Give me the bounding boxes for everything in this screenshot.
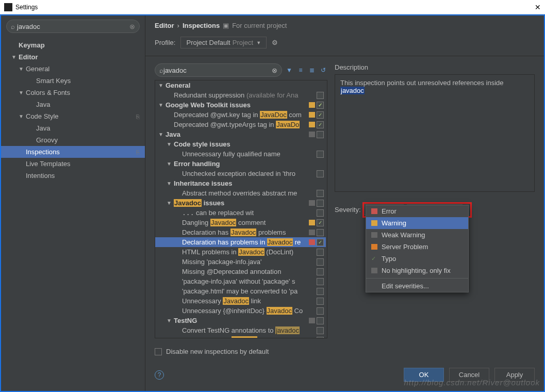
edit-severities[interactable]: Edit severities...: [366, 280, 468, 292]
inspection-item[interactable]: Abstract method overrides abstract me: [155, 188, 326, 198]
inspection-group[interactable]: ▼Error handling: [155, 159, 326, 169]
inspections-right-pane: Description This inspection points out u…: [335, 63, 535, 338]
collapse-icon[interactable]: ≣: [308, 66, 316, 74]
profile-select[interactable]: Project Default Project ▼: [180, 37, 267, 48]
breadcrumb-inspections: Inspections: [183, 22, 220, 29]
description-text: This inspection points out unresolved re…: [340, 79, 504, 87]
inspection-item[interactable]: 'package-info.java' without 'package' s: [155, 276, 326, 286]
apply-button[interactable]: Apply: [494, 368, 535, 382]
inspections-tree[interactable]: ▼GeneralRedundant suppression (available…: [155, 80, 327, 338]
profile-suffix: Project: [233, 39, 253, 46]
settings-sidebar: ⌕ javadoc ⊗ Keymap▼Editor▼GeneralSmart K…: [1, 15, 145, 391]
inspection-item[interactable]: Missing 'package-info.java': [155, 257, 326, 267]
profile-value: Project Default: [186, 39, 230, 46]
inspection-item[interactable]: Unnecessary {@inheritDoc} Javadoc Co: [155, 306, 326, 316]
sidebar-item[interactable]: Groovy: [1, 134, 145, 146]
gear-icon[interactable]: ⚙: [272, 39, 278, 46]
sidebar-item[interactable]: Keymap: [1, 39, 145, 51]
sidebar-tree: Keymap▼Editor▼GeneralSmart Keys▼Colors &…: [1, 37, 145, 184]
inspection-group[interactable]: ▼Code style issues: [155, 139, 326, 149]
severity-dropdown[interactable]: ErrorWarningWeak WarningServer Problem✓T…: [366, 205, 469, 292]
breadcrumb-editor[interactable]: Editor: [155, 22, 174, 29]
chevron-down-icon: ▼: [256, 40, 261, 45]
inspection-item[interactable]: HTML problems in Javadoc (DocLint): [155, 247, 326, 257]
disable-label: Disable new inspections by default: [166, 348, 269, 355]
inspection-item[interactable]: Declaration has Javadoc problems: [155, 227, 326, 237]
sidebar-item[interactable]: Live Templates: [1, 158, 145, 170]
sidebar-item[interactable]: Smart Keys: [1, 75, 145, 87]
inspection-item[interactable]: ... can be replaced wit: [155, 208, 326, 218]
window-title: Settings: [15, 4, 535, 11]
main-panel: Editor › Inspections ▣ For current proje…: [145, 15, 544, 391]
severity-option[interactable]: ✓Typo: [366, 253, 468, 265]
sidebar-item[interactable]: ▼Code Style⎘: [1, 110, 145, 122]
search-icon: ⌕: [11, 23, 15, 30]
inspection-item[interactable]: Declaration has problems in Javadoc re✓: [155, 237, 326, 247]
disable-row: Disable new inspections by default: [145, 344, 544, 363]
titlebar: Settings ✕: [0, 0, 545, 14]
close-icon[interactable]: ✕: [535, 3, 541, 11]
inspection-item[interactable]: Unchecked exception declared in 'thro: [155, 169, 326, 178]
severity-label: Severity:: [335, 206, 361, 214]
cancel-button[interactable]: Cancel: [449, 368, 489, 382]
severity-option[interactable]: No highlighting, only fix: [366, 265, 468, 276]
filter-icon[interactable]: ▼: [285, 66, 293, 74]
inspection-item[interactable]: Convert TestNG Javadoc to 1.5 annotat: [155, 335, 326, 338]
clear-icon[interactable]: ⊗: [129, 23, 135, 30]
severity-option[interactable]: Error: [366, 205, 468, 217]
sidebar-item[interactable]: ▼General: [1, 63, 145, 75]
inspections-search[interactable]: ⌕ javadoc ⊗: [155, 63, 282, 77]
sidebar-item[interactable]: Inspections⎘: [1, 146, 145, 158]
sidebar-item[interactable]: ▼Editor: [1, 51, 145, 63]
ok-button[interactable]: OK: [404, 368, 444, 382]
breadcrumb: Editor › Inspections ▣ For current proje…: [145, 15, 544, 34]
inspection-item[interactable]: Unnecessary Javadoc link: [155, 296, 326, 306]
inspection-item[interactable]: Deprecated @gwt.typeArgs tag in JavaDo✓: [155, 120, 326, 129]
inspection-group[interactable]: ▼Javadoc issues: [155, 198, 326, 208]
project-scope-icon: ▣: [223, 22, 229, 29]
clear-icon[interactable]: ⊗: [272, 67, 277, 74]
reset-icon[interactable]: ↺: [319, 66, 327, 74]
help-icon[interactable]: ?: [155, 370, 164, 380]
inspections-left-pane: ⌕ javadoc ⊗ ▼ ≡ ≣ ↺ ▼GeneralRedundant su…: [155, 63, 327, 338]
sidebar-item[interactable]: Java: [1, 122, 145, 134]
inspection-item[interactable]: Dangling Javadoc comment✓: [155, 218, 326, 227]
app-icon: [4, 3, 12, 11]
expand-icon[interactable]: ≡: [296, 66, 305, 74]
disable-checkbox[interactable]: [155, 348, 162, 355]
sidebar-item[interactable]: Java: [1, 99, 145, 110]
inspection-item[interactable]: Convert TestNG annotations to javadoc: [155, 325, 326, 335]
inspection-group[interactable]: ▼Inheritance issues: [155, 178, 326, 188]
sidebar-item[interactable]: Intentions: [1, 170, 145, 182]
profile-row: Profile: Project Default Project ▼ ⚙: [145, 34, 544, 56]
inspection-item[interactable]: Unnecessary fully qualified name: [155, 149, 326, 159]
inspection-group[interactable]: ▼General: [155, 80, 326, 90]
inspection-item[interactable]: Redundant suppression (available for Ana: [155, 90, 326, 100]
sidebar-search[interactable]: ⌕ javadoc ⊗: [6, 20, 140, 33]
profile-label: Profile:: [155, 39, 175, 46]
severity-option[interactable]: Weak Warning: [366, 229, 468, 241]
inspection-item[interactable]: Missing @Deprecated annotation: [155, 267, 326, 276]
search-icon: ⌕: [159, 67, 163, 74]
severity-option[interactable]: Warning: [366, 217, 468, 229]
breadcrumb-scope: For current project: [232, 22, 287, 29]
inspection-item[interactable]: Deprecated @gwt.key tag in JavaDoc com✓: [155, 110, 326, 120]
inspections-search-value: javadoc: [163, 67, 272, 74]
description-label: Description: [335, 63, 535, 71]
inspection-group[interactable]: ▼TestNG: [155, 316, 326, 325]
inspection-group[interactable]: ▼Google Web Toolkit issues✓: [155, 100, 326, 110]
sidebar-search-value: javadoc: [17, 23, 129, 30]
inspection-group[interactable]: ▼Java: [155, 129, 326, 139]
dialog-buttons: ? OK Cancel Apply: [145, 363, 544, 391]
description-highlight: javadoc: [340, 87, 365, 94]
severity-option[interactable]: Server Problem: [366, 241, 468, 253]
inspection-item[interactable]: 'package.html' may be converted to 'pa: [155, 286, 326, 296]
sidebar-item[interactable]: ▼Colors & Fonts: [1, 87, 145, 99]
description-box: This inspection points out unresolved re…: [335, 74, 535, 192]
